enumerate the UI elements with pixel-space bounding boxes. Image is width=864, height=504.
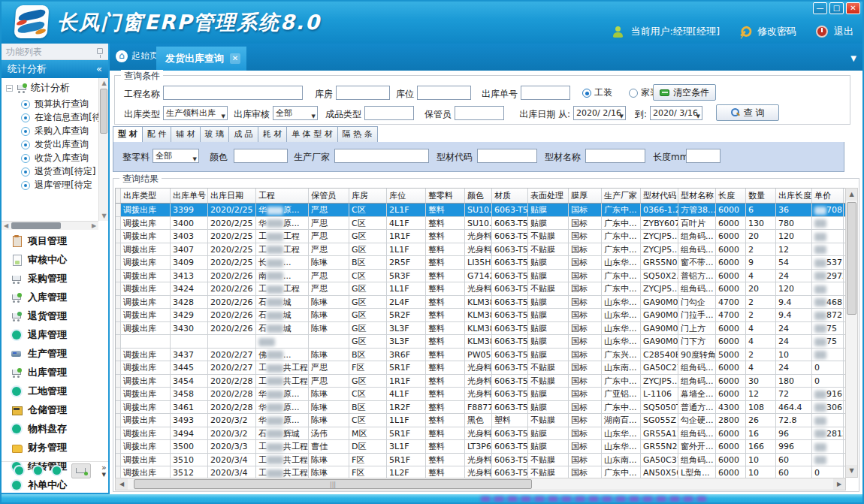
location-input[interactable]: [417, 86, 471, 100]
table-row[interactable]: 调拨出库34282020/2/26石城陈琳G区2L4F整料KLM38176063…: [116, 296, 846, 309]
material-tab[interactable]: 隔 热 条: [338, 126, 378, 143]
radio-selected-icon[interactable]: [582, 89, 591, 98]
table-row[interactable]: 调拨出库34612020/2/28华原...陈琳B区1R2F整料F8877FT6…: [116, 401, 846, 415]
material-tab[interactable]: 玻 璃: [201, 126, 230, 143]
sidebar-group-cart-out[interactable]: 出库管理: [2, 363, 108, 382]
table-row[interactable]: 调拨出库33992020/2/25华原...严思C区2L1F整料SU10...6…: [116, 204, 846, 217]
column-header[interactable]: 表面处理: [528, 189, 569, 203]
grid-vertical-scrollbar[interactable]: ▲ ▼: [845, 188, 858, 478]
material-tab[interactable]: 耗 材: [258, 126, 288, 143]
grid-horizontal-scrollbar[interactable]: ◀ ▶: [115, 478, 846, 490]
minimize-button[interactable]: —: [813, 2, 827, 14]
column-header[interactable]: 单价: [812, 189, 844, 203]
column-header[interactable]: 生产厂家: [602, 189, 641, 203]
quick-dot-icon[interactable]: [34, 466, 42, 475]
scroll-down-icon[interactable]: ▼: [846, 465, 857, 477]
tab-close-icon[interactable]: ✕: [230, 53, 240, 64]
material-tab[interactable]: 辅 材: [171, 126, 201, 143]
sidebar-group-production[interactable]: 生产管理: [2, 344, 108, 363]
maximize-button[interactable]: □: [829, 2, 844, 14]
date-from-select[interactable]: 2020/ 2/16: [573, 106, 626, 120]
sidebar-group-dot[interactable]: 工地管理: [2, 382, 108, 400]
material-tab[interactable]: 成 品: [229, 126, 258, 143]
project-name-input[interactable]: [163, 86, 303, 100]
column-header[interactable]: 数量: [746, 189, 776, 203]
keeper-input[interactable]: [455, 106, 504, 120]
material-tab[interactable]: 型 材: [113, 126, 143, 143]
table-row[interactable]: 调拨出库35102020/3/4工共工程陈琳F区5R1F整料光身料6063-T5…: [116, 454, 846, 467]
logout-button[interactable]: 退出: [834, 25, 853, 38]
whole-part-select[interactable]: 全部: [153, 149, 199, 163]
radio-gongzhuang[interactable]: 工装: [582, 86, 612, 99]
scroll-up-icon[interactable]: ▲: [846, 189, 857, 201]
scroll-down-icon[interactable]: ▼: [99, 211, 108, 221]
column-header[interactable]: 整零料: [426, 189, 465, 203]
column-header[interactable]: 出库类型: [121, 189, 171, 203]
column-header[interactable]: 库位: [387, 189, 426, 203]
table-row[interactable]: 调拨出库34132020/2/26南...严思C区5R3F整料G71422606…: [116, 270, 846, 283]
tree-item[interactable]: 退库管理[待定: [21, 179, 92, 192]
table-row[interactable]: 调拨出库34032020/2/25工工程严思G区1R1F整料光身料6063-T5…: [116, 230, 846, 243]
table-row[interactable]: 调拨出库34072020/2/25工工程严思G区1L1F整料光身料6063-T5…: [116, 243, 846, 257]
quick-dot-icon[interactable]: [15, 466, 23, 475]
quick-dot-icon[interactable]: [53, 466, 61, 475]
sidebar-group-dot[interactable]: 物料盘存: [2, 419, 108, 438]
pin-icon[interactable]: [97, 48, 103, 54]
tree-root[interactable]: 统计分析: [6, 81, 70, 95]
sidebar-group-clip[interactable]: 项目管理: [2, 231, 108, 250]
table-row[interactable]: 调拨出库34372020/2/27佛...陈琳B区3R6F整料PW056063-…: [116, 349, 846, 362]
order-no-input[interactable]: [521, 86, 570, 100]
tree-vertical-scrollbar[interactable]: ▲ ▼: [98, 78, 108, 221]
sidebar-group-dot[interactable]: 退库管理: [2, 325, 108, 344]
scroll-left-icon[interactable]: ◀: [116, 478, 128, 490]
color-input[interactable]: [234, 149, 288, 163]
column-header[interactable]: 出库日期: [208, 189, 256, 203]
table-row[interactable]: 调拨出库34092020/2/25长...陈琳B区2R5F整料LI35HD606…: [116, 256, 846, 270]
tree-item[interactable]: 退货查询[待定]: [21, 165, 95, 178]
search-button[interactable]: 查 询: [716, 104, 779, 121]
table-row[interactable]: 调拨出库34242020/2/26工工程严思G区1L1F整料光身料6063-T5…: [116, 282, 846, 296]
overflow-chevron[interactable]: »▾: [101, 464, 107, 478]
table-row[interactable]: 调拨出库34292020/2/26石城陈琳G区5R2F整料KLM38176063…: [116, 309, 846, 322]
material-tab[interactable]: 配 件: [143, 126, 172, 143]
column-header[interactable]: 颜色: [465, 189, 492, 203]
table-row[interactable]: G区3L3F整料KLM38176063-T5贴膜国标山东华...GA90M09.…: [116, 335, 846, 349]
column-header[interactable]: 出库长度: [776, 189, 812, 203]
quick-cart-button[interactable]: [71, 463, 91, 478]
clear-conditions-button[interactable]: 清空条件: [653, 84, 716, 101]
length-input[interactable]: [686, 149, 721, 163]
table-row[interactable]: 调拨出库35002020/3/3工共工程曹佳D区3L1F整料LT3P606063…: [116, 440, 846, 454]
tree-item[interactable]: 采购入库查询: [21, 125, 89, 137]
close-button[interactable]: ✕: [846, 2, 860, 14]
tree-item[interactable]: 在途信息查询[待: [21, 111, 101, 124]
warehouse-input[interactable]: [336, 86, 390, 100]
column-header[interactable]: 材质: [492, 189, 528, 203]
scroll-up-icon[interactable]: ▲: [99, 78, 108, 88]
material-tab[interactable]: 单 体 型 材: [287, 126, 338, 143]
scroll-right-icon[interactable]: ▶: [833, 478, 845, 490]
sidebar-group-finance[interactable]: 财务管理: [2, 438, 108, 457]
tree-horizontal-scrollbar[interactable]: ◀ ▶: [2, 221, 98, 230]
radio-unselected-icon[interactable]: [629, 89, 638, 98]
tab-home[interactable]: 起始页: [116, 50, 159, 62]
collapse-button[interactable]: «: [96, 60, 102, 78]
sidebar-group-doc[interactable]: 审核中心: [2, 250, 108, 269]
tab-overflow-arrow-icon[interactable]: ▼: [850, 54, 856, 62]
scroll-left-icon[interactable]: ◀: [2, 222, 11, 230]
column-header[interactable]: 工程: [256, 189, 309, 203]
column-header[interactable]: 长度: [716, 189, 746, 203]
table-row[interactable]: 调拨出库34002020/2/25华原...严思C区4L1F整料SU10...6…: [116, 217, 846, 231]
table-row[interactable]: 调拨出库34582020/2/28华原...陈琳C区4L1F整料光身料6063-…: [116, 388, 846, 401]
column-header[interactable]: 出库单号: [171, 189, 208, 203]
outbound-type-select[interactable]: 生产领料出库: [163, 106, 228, 120]
column-header[interactable]: 保管员: [309, 189, 349, 203]
product-type-input[interactable]: [364, 106, 414, 120]
maker-input[interactable]: [334, 149, 429, 163]
audit-select[interactable]: 全部: [273, 106, 318, 120]
tab-active[interactable]: 发货出库查询 ✕: [156, 47, 246, 71]
change-password-button[interactable]: 修改密码: [757, 25, 796, 38]
column-header[interactable]: 型材名称: [678, 189, 716, 203]
sidebar-group-cart[interactable]: 采购管理: [2, 269, 108, 288]
column-header[interactable]: 膜厚: [569, 189, 602, 203]
sidebar-group-cart-return[interactable]: 退货管理: [2, 306, 108, 325]
